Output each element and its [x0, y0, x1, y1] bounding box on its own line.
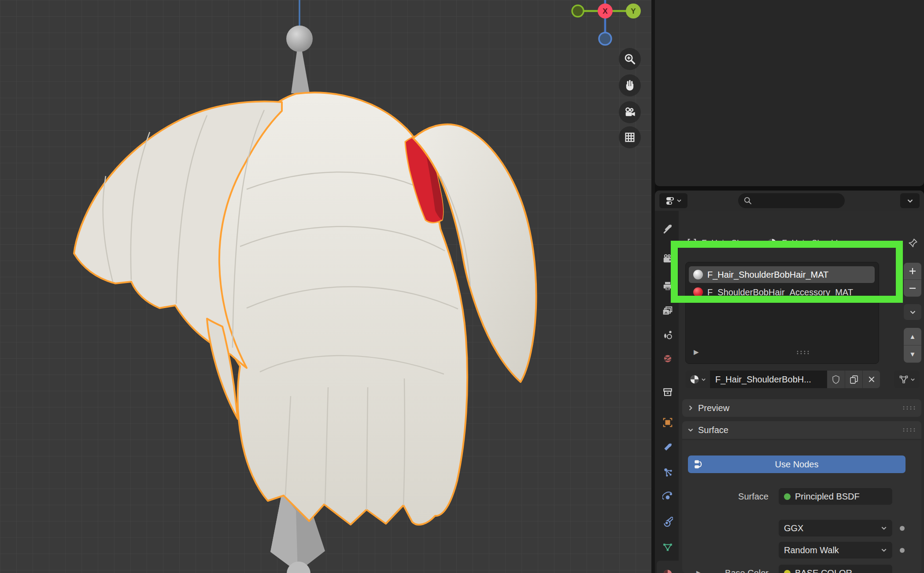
tab-scene[interactable] [657, 324, 679, 345]
axis-neg-y-ball[interactable] [572, 5, 584, 17]
ortho-grid-icon [624, 131, 636, 143]
view-layer-icon [662, 305, 673, 316]
base-color-field[interactable]: BASE COLOR [779, 565, 892, 573]
tab-collection[interactable] [657, 382, 679, 403]
animate-property-dot[interactable] [900, 526, 905, 531]
material-name-value: F_Hair_ShoulderBobH... [715, 375, 811, 385]
tab-world[interactable] [657, 348, 679, 369]
triangle-down-icon: ▼ [909, 350, 916, 358]
viewport-scene [0, 0, 651, 573]
fake-user-button[interactable] [827, 371, 845, 388]
material-specials-button[interactable] [904, 304, 921, 320]
tab-constraints[interactable] [657, 511, 679, 532]
list-filter-toggle[interactable]: ▶ [694, 348, 699, 356]
surface-panel-label: Surface [698, 425, 728, 435]
unlink-material-button[interactable] [862, 371, 880, 388]
outliner-panel[interactable] [655, 0, 924, 186]
zoom-in-icon [624, 53, 636, 65]
base-color-label: Base Color [725, 568, 769, 573]
base-color-row: ▶ Base Color BASE COLOR [679, 565, 924, 573]
node-triangle-icon [899, 375, 909, 384]
chevron-down-icon [910, 377, 915, 382]
camera-view-button[interactable] [619, 101, 641, 123]
material-link-dropdown[interactable] [894, 371, 920, 388]
panel-drag-grip[interactable] [902, 428, 917, 432]
subsurface-method-dropdown[interactable]: Random Walk [779, 542, 892, 558]
chevron-down-icon [676, 198, 682, 203]
subsurface-method-row: Random Walk [679, 542, 924, 558]
tab-object-data[interactable] [657, 536, 679, 558]
material-datablock-row: F_Hair_ShoulderBobH... [685, 370, 921, 389]
minus-icon [909, 284, 917, 292]
distribution-value: GGX [784, 523, 803, 533]
chevron-down-icon [881, 525, 887, 531]
distribution-row: GGX [679, 520, 924, 536]
add-material-slot-button[interactable] [904, 263, 921, 280]
tab-material[interactable] [657, 561, 679, 573]
expand-base-color-toggle[interactable]: ▶ [696, 569, 702, 573]
object-data-triangle-icon [662, 542, 673, 552]
chevron-right-icon [687, 405, 694, 411]
tab-object[interactable] [657, 412, 679, 433]
particles-icon [662, 467, 673, 478]
axis-neg-z-ball[interactable] [599, 33, 611, 45]
chevron-down-icon [907, 198, 913, 204]
tab-view-layer[interactable] [657, 300, 679, 321]
tab-physics[interactable] [657, 486, 679, 507]
remove-material-slot-button[interactable] [904, 280, 921, 297]
tab-tool[interactable] [657, 218, 679, 239]
list-resize-grip[interactable] [796, 350, 811, 355]
surface-shader-field[interactable]: Principled BSDF [779, 488, 892, 505]
move-slot-down-button[interactable]: ▼ [904, 345, 921, 363]
shader-socket-dot [784, 493, 791, 500]
viewport-axis-gizmo[interactable]: X Y [571, 0, 646, 48]
properties-editor-icon [665, 195, 676, 206]
chevron-down-icon [909, 309, 916, 316]
armature-head-sphere [286, 26, 313, 52]
nodes-icon [693, 459, 705, 470]
editor-type-button[interactable] [659, 193, 687, 208]
tab-modifiers[interactable] [657, 437, 679, 458]
surface-shader-value: Principled BSDF [795, 492, 860, 502]
tab-particles[interactable] [657, 462, 679, 483]
chevron-down-icon [687, 427, 694, 433]
material-sphere-icon [689, 374, 700, 385]
pan-button[interactable] [619, 74, 641, 96]
zoom-button[interactable] [619, 48, 641, 70]
axis-y-label: Y [631, 7, 636, 15]
use-nodes-label: Use Nodes [775, 459, 819, 470]
surface-panel-header[interactable]: Surface [682, 421, 921, 439]
preview-panel-header[interactable]: Preview [682, 399, 921, 417]
duplicate-icon [849, 375, 859, 384]
use-nodes-button[interactable]: Use Nodes [688, 455, 906, 473]
search-icon [743, 196, 752, 205]
annotation-highlight-box [671, 241, 903, 303]
close-icon [868, 375, 876, 383]
ortho-grid-button[interactable] [619, 126, 641, 148]
material-name-field[interactable]: F_Hair_ShoulderBobH... [710, 371, 827, 388]
3d-viewport[interactable]: X Y [0, 0, 655, 573]
collection-box-icon [662, 387, 673, 397]
axis-x-label: X [602, 7, 608, 15]
panel-drag-grip[interactable] [902, 406, 917, 410]
new-material-copy-button[interactable] [845, 371, 862, 388]
modifiers-wrench-icon [662, 442, 673, 452]
constraints-icon [662, 516, 673, 527]
blender-window: X Y [0, 0, 924, 573]
physics-icon [662, 492, 673, 502]
browse-material-button[interactable] [685, 371, 710, 388]
material-sphere-icon [662, 569, 673, 573]
search-input[interactable] [738, 193, 845, 208]
move-slot-up-button[interactable]: ▲ [904, 328, 921, 345]
distribution-dropdown[interactable]: GGX [779, 520, 892, 536]
animate-property-dot[interactable] [900, 548, 905, 553]
triangle-up-icon: ▲ [909, 333, 916, 340]
pin-icon[interactable] [908, 238, 918, 248]
pan-hand-icon [624, 79, 636, 92]
chevron-down-icon [881, 547, 887, 553]
world-globe-icon [662, 353, 673, 364]
tool-icon [662, 223, 673, 234]
header-options-button[interactable] [900, 193, 920, 208]
base-color-value: BASE COLOR [795, 568, 852, 573]
chevron-down-icon [701, 377, 706, 382]
